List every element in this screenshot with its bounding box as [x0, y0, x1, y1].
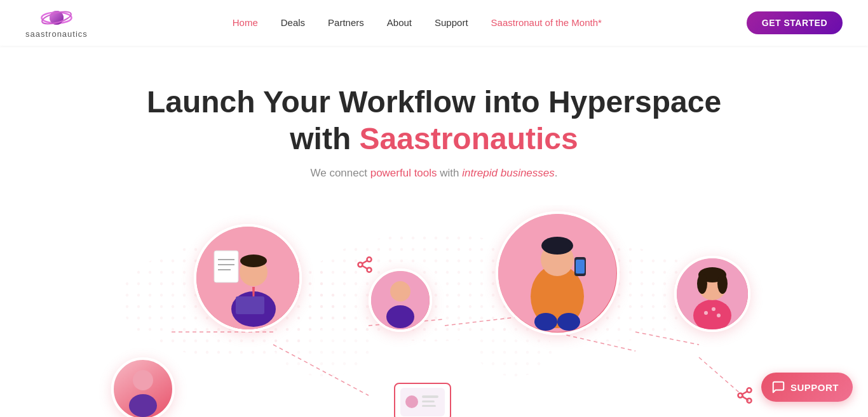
svg-rect-30 — [214, 251, 238, 282]
nav-link-saastronaut[interactable]: Saastronaut of the Month* — [491, 17, 602, 28]
illustration-area — [0, 205, 868, 417]
svg-line-21 — [362, 261, 367, 264]
avatar-circle-3 — [369, 268, 432, 332]
svg-rect-47 — [576, 260, 585, 274]
svg-point-54 — [717, 314, 721, 317]
svg-line-25 — [742, 397, 747, 400]
avatar-circle-4 — [496, 211, 620, 335]
hero-section: Launch Your Workflow into Hyperspace wit… — [0, 46, 868, 180]
share-icon-top — [356, 256, 374, 277]
logo-text: saastronautics — [25, 29, 88, 39]
nav-link-about[interactable]: About — [387, 17, 412, 28]
svg-point-52 — [704, 311, 708, 315]
nav-link-support[interactable]: Support — [435, 17, 468, 28]
avatar-circle-2 — [194, 224, 302, 332]
hero-headline-part2: with — [290, 122, 359, 156]
avatar-circle-1 — [111, 357, 175, 417]
hero-brand-name: Saastronautics — [360, 122, 578, 156]
svg-rect-63 — [422, 405, 436, 407]
svg-line-26 — [742, 392, 747, 395]
svg-point-40 — [390, 281, 410, 301]
nav-item-partners[interactable]: Partners — [328, 17, 364, 29]
svg-point-58 — [717, 274, 728, 294]
nav-item-saastronaut[interactable]: Saastronaut of the Month* — [491, 17, 602, 29]
svg-point-49 — [557, 313, 580, 331]
nav-right: GET STARTED — [747, 11, 843, 34]
get-started-button[interactable]: GET STARTED — [747, 11, 843, 34]
svg-point-8 — [273, 313, 375, 376]
svg-point-27 — [133, 370, 153, 390]
share-icon-bottom — [736, 387, 754, 408]
id-card — [394, 383, 451, 417]
svg-point-45 — [541, 237, 573, 255]
nav-item-support[interactable]: Support — [435, 17, 468, 29]
svg-point-53 — [712, 307, 715, 311]
nav-item-home[interactable]: Home — [233, 17, 258, 29]
chat-icon — [771, 380, 785, 394]
hero-tools-highlight: powerful tools — [370, 167, 437, 179]
logo-icon — [40, 8, 73, 28]
hero-headline-part1: Launch Your Workflow into Hyperspace — [147, 85, 721, 119]
hero-headline: Launch Your Workflow into Hyperspace wit… — [13, 84, 855, 157]
svg-point-57 — [697, 274, 707, 294]
svg-point-60 — [405, 395, 418, 408]
svg-point-9 — [477, 326, 553, 376]
nav-item-about[interactable]: About — [387, 17, 412, 29]
nav-links: Home Deals Partners About Support Saastr… — [233, 17, 602, 29]
svg-rect-62 — [422, 400, 435, 402]
svg-rect-38 — [236, 296, 264, 314]
svg-point-37 — [240, 255, 267, 267]
nav-item-deals[interactable]: Deals — [281, 17, 305, 29]
support-button[interactable]: SUPPORT — [761, 373, 853, 402]
avatar-circle-5 — [674, 256, 750, 332]
svg-point-48 — [534, 313, 557, 331]
nav-link-partners[interactable]: Partners — [328, 17, 364, 28]
nav-link-deals[interactable]: Deals — [281, 17, 305, 28]
svg-rect-61 — [422, 395, 438, 398]
hero-subtext: We connect powerful tools with intrepid … — [13, 167, 855, 180]
svg-point-28 — [129, 394, 157, 417]
support-label: SUPPORT — [790, 382, 839, 393]
hero-biz-highlight: intrepid businesses — [462, 167, 555, 179]
svg-point-41 — [386, 305, 414, 328]
navbar: saastronautics Home Deals Partners About… — [0, 0, 868, 46]
svg-line-20 — [362, 266, 367, 269]
logo[interactable]: saastronautics — [25, 8, 88, 39]
nav-link-home[interactable]: Home — [233, 17, 258, 28]
